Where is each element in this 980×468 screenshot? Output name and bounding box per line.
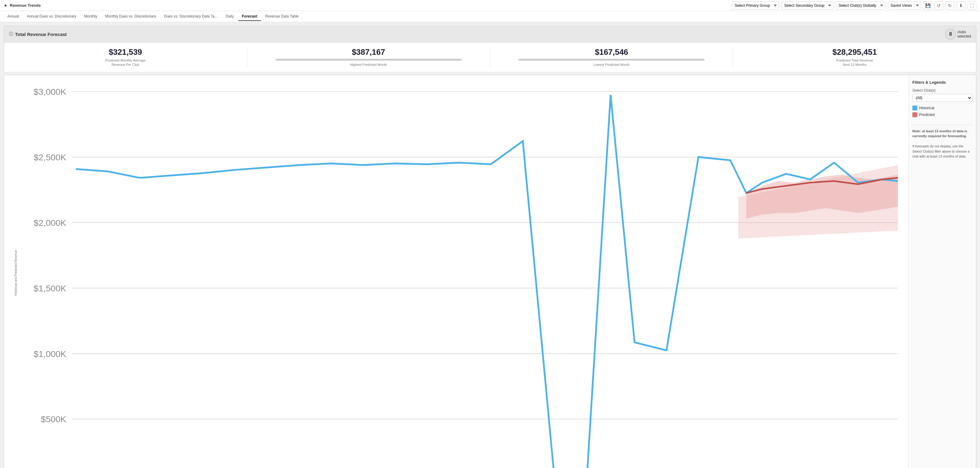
primary-group-select[interactable]: Select Primary Group	[732, 2, 779, 10]
tab-revenue-table[interactable]: Revenue Data Table	[262, 12, 302, 21]
saved-views-wrapper: Saved Views	[888, 2, 921, 10]
svg-text:$1,500K: $1,500K	[33, 283, 66, 293]
legend-historical-label: Historical	[919, 106, 934, 110]
star-icon: ★	[4, 3, 7, 8]
stat-predicted-total: $28,295,451 Predicted Total RevenueNext …	[733, 47, 976, 67]
stat-lowest-predicted: $167,546 Lowest Predicted Month	[490, 47, 733, 67]
sidebar-note-bold: Note: at least 13 months of data is curr…	[912, 129, 967, 138]
tab-monthly-dues[interactable]: Monthly Dues vs. Discretionary	[102, 12, 159, 21]
predicted-area-wide	[738, 165, 898, 238]
legend-historical-color	[912, 105, 917, 110]
filters-title: Filters & Legends	[912, 80, 972, 85]
tab-monthly[interactable]: Monthly	[81, 12, 101, 21]
stat-label-1: Predicted Monthly AverageRevenue Per Clu…	[9, 58, 242, 67]
legend-predicted: Predicted	[912, 112, 972, 117]
tab-forecast[interactable]: Forecast	[238, 12, 261, 21]
tab-annual-dues[interactable]: Annual Dues vs. Discretionary	[23, 12, 80, 21]
select-clubs-label: Select Club(s)	[912, 88, 972, 93]
page-title: Total Revenue Forecast	[15, 32, 67, 37]
secondary-group-wrapper: Select Secondary Group	[781, 2, 834, 10]
select-clubs-filter[interactable]: (All)	[912, 94, 972, 102]
expand-button[interactable]: ⛶	[968, 1, 976, 10]
download-button[interactable]: ⬇	[957, 1, 965, 10]
stat-bar-2	[275, 59, 462, 61]
svg-text:$500K: $500K	[41, 414, 67, 424]
clubs-globally-select[interactable]: Select Club(s) Globally	[836, 2, 885, 10]
chart-wrapper: Historical and Predicted Revenue $3,000K…	[6, 79, 906, 468]
clubs-count: 8	[945, 29, 956, 40]
legend-predicted-label: Predicted	[919, 113, 935, 117]
chart-main: Historical and Predicted Revenue $3,000K…	[4, 75, 908, 468]
stat-value-2: $387,167	[252, 47, 485, 57]
chart-svg: $3,000K $2,500K $2,000K $1,500K $1,000K …	[28, 79, 906, 468]
tab-annual[interactable]: Annual	[4, 12, 22, 21]
clubs-label: clubs selected	[957, 30, 971, 39]
undo-button[interactable]: ↺	[934, 1, 943, 10]
legend-predicted-color	[912, 112, 917, 117]
info-icon: ⓘ	[9, 31, 13, 37]
stat-highest-predicted: $387,167 Highest Predicted Month	[247, 47, 490, 67]
toolbar: ★ Revenue Trends Select Primary Group Se…	[0, 0, 980, 11]
tab-dues-disc[interactable]: Dues vs. Discretionary Data Ta...	[161, 12, 222, 21]
save-button[interactable]: 💾	[923, 1, 932, 10]
historical-line	[76, 95, 898, 468]
refresh-button[interactable]: ↻	[946, 1, 954, 10]
tab-daily[interactable]: Daily	[222, 12, 238, 21]
sidebar-note-regular: If forecasts do not display, use the Sel…	[912, 144, 970, 158]
stat-value-1: $321,539	[9, 47, 242, 57]
y-axis-label: Historical and Predicted Revenue	[14, 277, 18, 296]
chart-svg-area: $3,000K $2,500K $2,000K $1,500K $1,000K …	[28, 79, 906, 468]
page-title-row: ⓘ Total Revenue Forecast	[9, 31, 67, 37]
app-title: Revenue Trends	[10, 3, 41, 8]
page-header: ⓘ Total Revenue Forecast 8 clubs selecte…	[4, 26, 976, 43]
tabbar: Annual Annual Dues vs. Discretionary Mon…	[0, 11, 980, 22]
clubs-globally-wrapper: Select Club(s) Globally	[836, 2, 885, 10]
stat-label-3: Lowest Predicted Month	[495, 62, 728, 67]
stats-row: $321,539 Predicted Monthly AverageRevenu…	[4, 43, 976, 72]
chart-container: Historical and Predicted Revenue $3,000K…	[4, 75, 976, 468]
stat-value-3: $167,546	[495, 47, 728, 57]
svg-text:$2,500K: $2,500K	[33, 152, 66, 162]
legend-historical: Historical	[912, 105, 972, 110]
svg-text:$3,000K: $3,000K	[33, 87, 66, 97]
secondary-group-select[interactable]: Select Secondary Group	[781, 2, 834, 10]
primary-group-wrapper: Select Primary Group	[732, 2, 779, 10]
stat-value-4: $28,295,451	[738, 47, 971, 57]
saved-views-select[interactable]: Saved Views	[888, 2, 921, 10]
sidebar-note: Note: at least 13 months of data is curr…	[912, 125, 972, 159]
stat-label-2: Highest Predicted Month	[252, 62, 485, 67]
chart-sidebar: Filters & Legends Select Club(s) (All) H…	[908, 75, 976, 468]
clubs-badge: 8 clubs selected	[945, 29, 971, 40]
stat-label-4: Predicted Total RevenueNext 12 Months	[738, 58, 971, 67]
svg-text:$2,000K: $2,000K	[33, 217, 66, 227]
page-content: ⓘ Total Revenue Forecast 8 clubs selecte…	[0, 22, 980, 468]
svg-text:$1,000K: $1,000K	[33, 348, 66, 358]
stat-predicted-monthly-avg: $321,539 Predicted Monthly AverageRevenu…	[4, 47, 247, 67]
stat-bar-3	[518, 59, 705, 61]
